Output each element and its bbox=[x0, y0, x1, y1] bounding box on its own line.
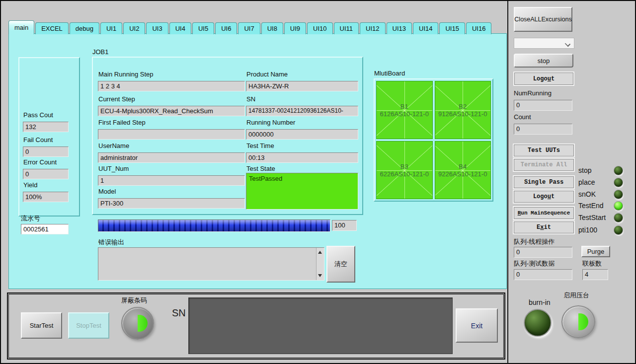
tab-ui4[interactable]: UI4 bbox=[169, 22, 191, 34]
board-tile-b4: B4 9226AS10-121-0 bbox=[435, 141, 491, 199]
purge-button[interactable]: Purge bbox=[581, 246, 610, 257]
tab-ui8[interactable]: UI8 bbox=[261, 22, 283, 34]
uut-num-field: 1 bbox=[98, 175, 245, 186]
board-tile-b2: B2 9126AS10-121-0 bbox=[435, 81, 491, 139]
error-count-label: Error Count bbox=[23, 158, 57, 166]
start-test-button[interactable]: StarTest bbox=[21, 312, 62, 339]
error-output-label: 错误输出 bbox=[98, 238, 124, 247]
terminate-all-button[interactable]: Terminate All bbox=[514, 159, 574, 171]
stop-button[interactable]: stop bbox=[514, 54, 573, 68]
count-field: 0 bbox=[514, 124, 572, 135]
tab-main[interactable]: main bbox=[8, 20, 34, 34]
led-label: place bbox=[578, 178, 595, 186]
error-output-textbox[interactable] bbox=[98, 247, 324, 281]
scroll-up-icon[interactable] bbox=[318, 251, 322, 254]
queue-thread-label: 队列-线程操作 bbox=[514, 237, 555, 246]
led-row-place: place bbox=[578, 177, 623, 187]
error-count-field: 0 bbox=[23, 169, 69, 179]
main-running-step-field: 1 2 3 4 bbox=[98, 81, 245, 91]
queue-data-field: 0 bbox=[514, 269, 572, 280]
multiboard-grid: B1 6126AS10-121-0 B2 9126AS10-121-0 B3 6… bbox=[374, 78, 493, 202]
tab-ui1[interactable]: UI1 bbox=[100, 22, 122, 34]
led-label: TestEnd bbox=[578, 202, 604, 210]
button-label: it bbox=[544, 224, 551, 231]
num-running-field: 0 bbox=[514, 100, 572, 111]
board-sn: 9126AS10-121-0 bbox=[438, 110, 487, 118]
error-output-text bbox=[98, 248, 324, 251]
led-row-testend: TestEnd bbox=[578, 201, 623, 211]
selector-dropdown[interactable] bbox=[514, 38, 574, 49]
close-all-excursions-button[interactable]: CloseALLExcursions bbox=[514, 7, 572, 32]
tab-ui11[interactable]: UI11 bbox=[334, 22, 359, 34]
sn-field: 14781337-002412120936126AS10- bbox=[246, 106, 358, 116]
tab-excel[interactable]: EXCEL bbox=[35, 22, 69, 34]
board-sn: 6226AS10-121-0 bbox=[380, 170, 429, 178]
main-running-step-label: Main Running Step bbox=[98, 71, 154, 78]
led-label: pti100 bbox=[578, 226, 597, 234]
button-label: Logo bbox=[533, 193, 548, 200]
single-pass-button[interactable]: Single Pass bbox=[514, 176, 574, 188]
exit-button[interactable]: Exit bbox=[514, 221, 574, 233]
product-name-field: HA3HA-ZW-R bbox=[246, 81, 358, 91]
press-enable-toggle[interactable] bbox=[561, 305, 595, 338]
running-number-field: 0000000 bbox=[246, 129, 358, 140]
tab-ui7[interactable]: UI7 bbox=[238, 22, 260, 34]
queue-thread-field: 0 bbox=[514, 247, 572, 258]
fail-count-field: 0 bbox=[23, 146, 69, 157]
sn-entry-field[interactable] bbox=[188, 297, 453, 354]
serial-number-input[interactable]: 0002561 bbox=[21, 224, 69, 234]
teststart-led bbox=[614, 213, 623, 222]
queue-data-label: 队列-测试数据 bbox=[514, 259, 555, 268]
button-label: t bbox=[551, 193, 555, 200]
test-state-label: Test State bbox=[246, 165, 275, 172]
test-time-label: Test Time bbox=[246, 142, 274, 149]
job-title: JOB1 bbox=[92, 48, 109, 56]
logout-button[interactable]: Logout bbox=[514, 191, 574, 203]
pass-count-label: Pass Cout bbox=[23, 111, 53, 119]
stop-test-button[interactable]: StopTest bbox=[68, 312, 109, 339]
test-uuts-button[interactable]: Test UUTs bbox=[514, 145, 574, 156]
tab-ui13[interactable]: UI13 bbox=[387, 22, 412, 34]
board-tile-b3: B3 6226AS10-121-0 bbox=[376, 141, 433, 199]
tab-ui3[interactable]: UI3 bbox=[146, 22, 168, 34]
tab-debug[interactable]: debug bbox=[70, 22, 99, 34]
tab-ui14[interactable]: UI14 bbox=[413, 22, 438, 34]
tab-ui6[interactable]: UI6 bbox=[215, 22, 237, 34]
tab-ui10[interactable]: UI10 bbox=[307, 22, 332, 34]
tab-ui2[interactable]: UI2 bbox=[123, 22, 145, 34]
button-label: Test UUTs bbox=[528, 147, 560, 154]
run-mainsequence-button[interactable]: Run MainSequence bbox=[514, 207, 574, 219]
test-time-field: 00:13 bbox=[246, 152, 358, 163]
button-label: x bbox=[540, 224, 544, 231]
button-label: Logo bbox=[533, 75, 548, 82]
testend-led bbox=[614, 201, 623, 211]
button-label: le Pass bbox=[539, 179, 563, 186]
tab-ui12[interactable]: UI12 bbox=[360, 22, 385, 34]
tab-ui15[interactable]: UI15 bbox=[439, 22, 465, 34]
place-led bbox=[614, 178, 623, 187]
right-panel: CloseALLExcursions stop Logout NumRunnin… bbox=[509, 1, 636, 364]
error-output-scrollbar[interactable] bbox=[316, 248, 324, 280]
yield-label: Yield bbox=[23, 181, 37, 189]
panel-divider bbox=[507, 1, 508, 364]
button-label: t bbox=[551, 75, 555, 82]
first-failed-step-label: First Failed Step bbox=[98, 119, 146, 126]
board-sn: 9226AS10-121-0 bbox=[438, 170, 487, 178]
tab-ui9[interactable]: UI9 bbox=[284, 22, 306, 34]
uut-num-label: UUT_Num bbox=[98, 165, 129, 172]
bottom-control-bar: StarTest StopTest 屏蔽条码 SN Exit bbox=[7, 292, 505, 360]
mask-barcode-knob[interactable] bbox=[121, 307, 154, 340]
exit-bottom-button[interactable]: Exit bbox=[456, 308, 498, 343]
num-running-label: NumRunning bbox=[514, 89, 552, 97]
press-enable-label: 启用压台 bbox=[563, 291, 589, 300]
board-name: B3 bbox=[400, 163, 408, 170]
tab-ui5[interactable]: UI5 bbox=[192, 22, 214, 34]
sn-label: SN bbox=[246, 95, 255, 103]
clear-button[interactable]: 清空 bbox=[326, 246, 355, 283]
logout-top-button[interactable]: Logout bbox=[514, 73, 573, 85]
burn-in-label: burn-in bbox=[529, 298, 551, 306]
scroll-down-icon[interactable] bbox=[318, 274, 322, 277]
tab-ui16[interactable]: UI16 bbox=[466, 22, 491, 34]
fail-count-label: Fail Count bbox=[23, 136, 53, 144]
toggle-green-indicator bbox=[578, 313, 588, 330]
